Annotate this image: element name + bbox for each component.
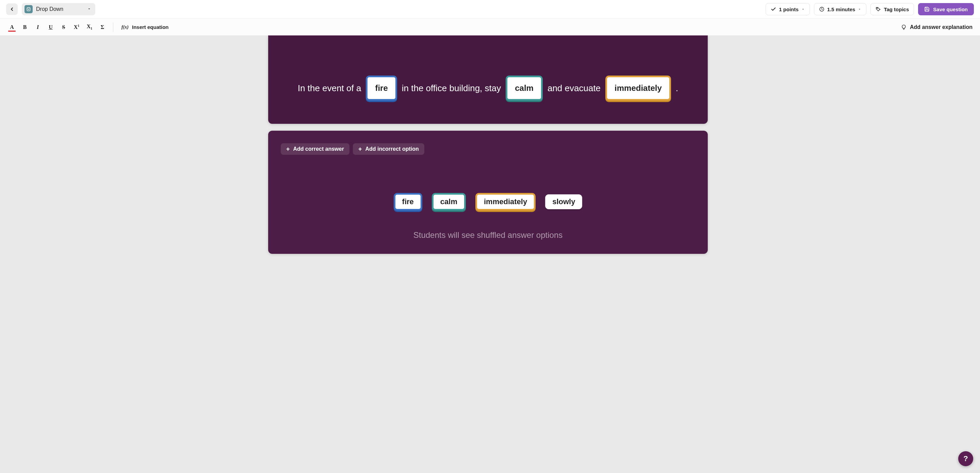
superscript-button[interactable]: X1 xyxy=(71,21,82,33)
shuffle-note: Students will see shuffled answer option… xyxy=(277,224,699,240)
blank-chip[interactable]: immediately xyxy=(605,76,671,100)
format-toolbar: A B I U S X1 X1 Σ f(x) Insert equation A… xyxy=(0,18,980,35)
text-color-button[interactable]: A xyxy=(6,21,18,33)
clock-icon xyxy=(819,6,824,12)
back-button[interactable] xyxy=(6,3,18,15)
subscript-button[interactable]: X1 xyxy=(84,21,95,33)
insert-equation-button[interactable]: f(x) Insert equation xyxy=(118,21,172,33)
italic-button[interactable]: I xyxy=(32,21,43,33)
check-icon xyxy=(771,6,776,12)
svg-rect-0 xyxy=(27,8,30,11)
caret-down-icon xyxy=(87,6,91,12)
lightbulb-icon xyxy=(901,24,907,30)
answers-panel: + Add correct answer + Add incorrect opt… xyxy=(268,131,708,254)
blank-chip[interactable]: fire xyxy=(366,76,397,100)
question-text-segment: and evacuate xyxy=(547,80,601,96)
add-answer-explanation-button[interactable]: Add answer explanation xyxy=(900,24,974,30)
answer-options-row: firecalmimmediatelyslowly xyxy=(277,159,699,224)
plus-icon: + xyxy=(358,146,362,152)
answer-option-chip[interactable]: immediately xyxy=(476,193,536,211)
svg-point-2 xyxy=(877,8,878,8)
points-selector[interactable]: 1 points xyxy=(765,3,810,15)
help-button[interactable]: ? xyxy=(958,451,973,466)
question-type-icon xyxy=(24,5,33,13)
question-text-segment: in the office building, stay xyxy=(402,80,501,96)
add-incorrect-option-label: Add incorrect option xyxy=(365,146,418,152)
save-question-label: Save question xyxy=(933,6,968,12)
add-answer-explanation-label: Add answer explanation xyxy=(910,24,972,30)
add-correct-answer-button[interactable]: + Add correct answer xyxy=(281,143,350,155)
question-text-segment: . xyxy=(676,80,678,96)
add-incorrect-option-button[interactable]: + Add incorrect option xyxy=(353,143,424,155)
answer-option-chip[interactable]: calm xyxy=(432,193,466,211)
caret-down-icon xyxy=(801,8,805,11)
question-sentence: In the event of afirein the office build… xyxy=(289,59,687,100)
answer-option-chip[interactable]: slowly xyxy=(545,194,582,209)
sigma-button[interactable]: Σ xyxy=(97,21,108,33)
divider xyxy=(113,22,113,32)
color-swatch xyxy=(8,30,16,32)
top-toolbar: Drop Down 1 points 1.5 minutes Tag topic… xyxy=(0,0,980,18)
add-correct-answer-label: Add correct answer xyxy=(293,146,344,152)
answers-header: + Add correct answer + Add incorrect opt… xyxy=(277,139,699,159)
save-icon xyxy=(924,6,930,12)
tag-topics-label: Tag topics xyxy=(884,6,909,12)
caret-down-icon xyxy=(858,8,861,11)
question-type-selector[interactable]: Drop Down xyxy=(22,3,95,15)
underline-button[interactable]: U xyxy=(45,21,56,33)
blank-chip[interactable]: calm xyxy=(506,76,543,100)
insert-equation-label: Insert equation xyxy=(132,24,169,30)
time-label: 1.5 minutes xyxy=(827,6,856,12)
bold-button[interactable]: B xyxy=(19,21,30,33)
question-type-label: Drop Down xyxy=(36,6,63,12)
tag-icon xyxy=(875,6,881,12)
strikethrough-button[interactable]: S xyxy=(58,21,69,33)
editor-canvas: In the event of afirein the office build… xyxy=(0,35,980,473)
chevron-left-icon xyxy=(9,6,14,12)
question-text-segment: In the event of a xyxy=(298,80,361,96)
tag-topics-button[interactable]: Tag topics xyxy=(870,3,914,15)
time-selector[interactable]: 1.5 minutes xyxy=(814,3,867,15)
plus-icon: + xyxy=(286,146,290,152)
question-panel[interactable]: In the event of afirein the office build… xyxy=(268,35,708,124)
fx-icon: f(x) xyxy=(121,24,129,30)
points-label: 1 points xyxy=(779,6,799,12)
save-question-button[interactable]: Save question xyxy=(918,3,974,15)
answer-option-chip[interactable]: fire xyxy=(394,193,422,211)
help-icon: ? xyxy=(963,454,968,463)
